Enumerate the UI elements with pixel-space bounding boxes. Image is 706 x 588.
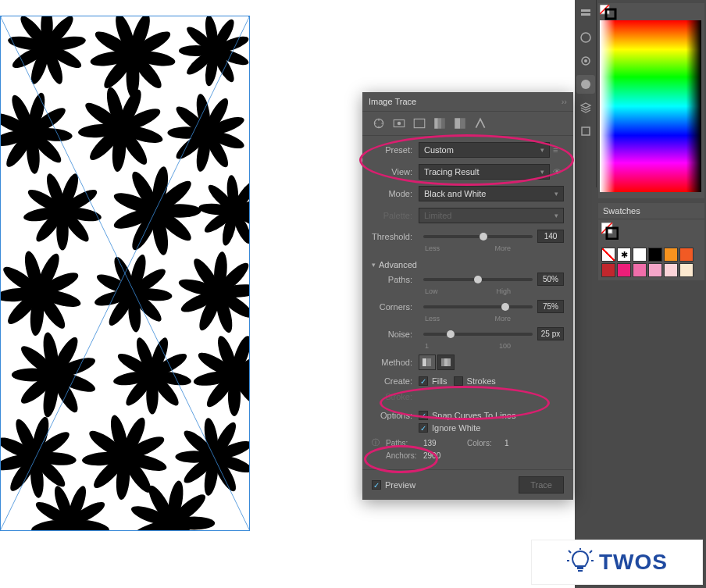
info-anchors-value: 2900 — [423, 451, 455, 460]
paths-slider-label: Paths: — [372, 275, 419, 284]
corners-slider-label: Corners: — [372, 302, 419, 312]
swatch[interactable] — [633, 263, 647, 277]
paths-slider[interactable] — [423, 278, 533, 281]
swatch[interactable] — [601, 263, 615, 277]
threshold-value[interactable]: 140 — [537, 230, 564, 243]
trace-button[interactable]: Trace — [519, 476, 564, 494]
swatches-panel: Swatches ✱ — [598, 203, 704, 280]
svg-point-12 — [581, 80, 590, 89]
info-anchors-label: Anchors: — [386, 451, 423, 460]
panel-header[interactable]: Image Trace ›› — [362, 92, 573, 112]
swatches-fill-stroke-icon[interactable] — [601, 223, 619, 240]
preview-checkbox[interactable] — [372, 480, 381, 490]
svg-rect-33 — [577, 567, 583, 569]
swatch[interactable] — [648, 263, 662, 277]
svg-rect-29 — [423, 358, 426, 366]
preset-photo-low-icon[interactable] — [412, 116, 426, 130]
fills-label: Fills — [432, 376, 447, 386]
swatch[interactable] — [679, 263, 694, 277]
swatch-black[interactable] — [648, 248, 662, 262]
view-eye-icon[interactable]: 👁 — [553, 167, 564, 176]
snap-curves-checkbox[interactable] — [419, 411, 428, 420]
swatch-none[interactable] — [601, 248, 615, 262]
info-icon: ⓘ — [372, 437, 383, 448]
svg-rect-13 — [582, 127, 590, 135]
info-paths-label: Paths: — [386, 439, 423, 447]
preset-menu-icon[interactable]: ≡ — [553, 145, 564, 155]
svg-rect-27 — [455, 118, 460, 129]
ignore-white-checkbox[interactable] — [419, 423, 428, 433]
right-dock: Swatches ✱ — [575, 0, 706, 588]
noise-slider-value[interactable]: 25 px — [537, 327, 564, 340]
preset-label: Preset: — [372, 145, 419, 155]
layers-icon[interactable] — [576, 98, 595, 117]
fill-stroke-icon[interactable] — [600, 5, 619, 20]
mode-label: Mode: — [372, 189, 419, 198]
ignore-white-label: Ignore White — [432, 423, 480, 433]
preset-outline-icon[interactable] — [473, 116, 487, 130]
svg-point-11 — [584, 59, 587, 62]
swatch-registration[interactable]: ✱ — [617, 248, 631, 262]
noise-slider-label: Noise: — [372, 330, 419, 339]
watermark: TWOS — [531, 540, 703, 585]
artboards-icon[interactable] — [576, 122, 595, 141]
method-abutting-button[interactable] — [419, 355, 436, 370]
mode-dropdown[interactable]: Black and White▾ — [419, 186, 564, 201]
view-label: View: — [372, 167, 419, 176]
swatch-white[interactable] — [633, 248, 647, 262]
preset-dropdown[interactable]: Custom▾ — [419, 142, 550, 158]
color-spectrum[interactable] — [600, 20, 701, 192]
chevron-down-icon: ▾ — [372, 261, 376, 269]
panel-title: Image Trace — [369, 97, 562, 106]
info-colors-label: Colors: — [467, 439, 505, 447]
preset-tabs — [362, 112, 573, 136]
noise-slider[interactable] — [423, 333, 533, 336]
image-trace-dock-icon[interactable] — [576, 75, 595, 94]
corners-slider-value[interactable]: 75% — [537, 300, 564, 313]
stroke-label: Stroke: — [372, 392, 419, 401]
preset-photo-high-icon[interactable] — [392, 116, 406, 130]
svg-rect-26 — [441, 118, 445, 129]
paths-slider-value[interactable]: 50% — [537, 273, 564, 286]
svg-rect-7 — [581, 9, 590, 12]
options-label: Options: — [372, 411, 419, 420]
info-colors-value: 1 — [505, 439, 536, 447]
traced-image[interactable] — [0, 16, 250, 531]
strokes-label: Strokes — [467, 376, 496, 386]
info-paths-value: 139 — [423, 439, 455, 447]
swatch[interactable] — [679, 248, 694, 262]
corners-slider[interactable] — [423, 305, 533, 308]
svg-rect-8 — [581, 13, 590, 16]
image-trace-panel: Image Trace ›› Preset: Custom▾ ≡ View: T… — [362, 92, 573, 500]
svg-rect-25 — [438, 118, 442, 129]
cloud-icon[interactable] — [576, 52, 595, 70]
svg-rect-34 — [578, 570, 583, 572]
snap-curves-label: Snap Curves To Lines — [432, 411, 515, 420]
palette-label: Palette: — [372, 211, 419, 220]
dock-strip — [575, 0, 597, 187]
properties-icon[interactable] — [576, 5, 595, 23]
svg-rect-30 — [427, 358, 431, 366]
svg-rect-23 — [414, 119, 425, 127]
svg-point-22 — [398, 122, 401, 126]
svg-rect-24 — [434, 118, 438, 129]
preset-auto-icon[interactable] — [372, 116, 386, 130]
method-label: Method: — [372, 358, 419, 367]
view-dropdown[interactable]: Tracing Result▾ — [419, 164, 550, 180]
watermark-text: TWOS — [599, 550, 668, 575]
color-guide-icon[interactable] — [576, 28, 595, 47]
collapse-icon[interactable]: ›› — [562, 97, 567, 106]
threshold-slider[interactable] — [423, 235, 533, 238]
svg-point-9 — [581, 33, 590, 42]
swatch[interactable] — [664, 248, 678, 262]
watermark-bulb-icon — [566, 548, 594, 576]
strokes-checkbox[interactable] — [454, 376, 463, 386]
swatch[interactable] — [664, 263, 678, 277]
threshold-label: Threshold: — [372, 232, 419, 241]
method-overlapping-button[interactable] — [437, 355, 455, 370]
advanced-toggle[interactable]: ▾ Advanced — [372, 257, 564, 273]
swatch[interactable] — [617, 263, 631, 277]
preset-3colors-icon[interactable] — [433, 116, 447, 130]
preset-6colors-icon[interactable] — [453, 116, 467, 130]
fills-checkbox[interactable] — [419, 376, 428, 386]
